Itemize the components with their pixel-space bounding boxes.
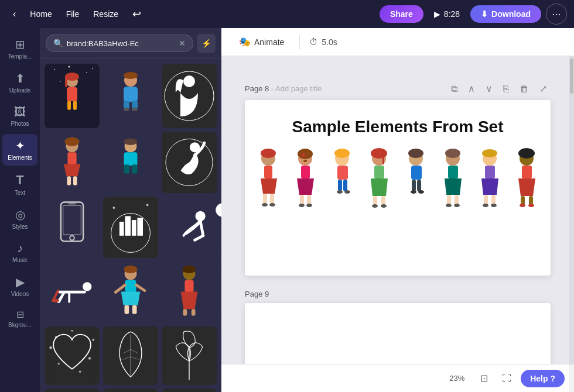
svg-rect-160 bbox=[484, 195, 488, 205]
fullscreen-button[interactable]: ⛶ bbox=[497, 371, 516, 386]
page-copy-btn[interactable]: ⎘ bbox=[500, 82, 512, 95]
share-button[interactable]: Share bbox=[380, 5, 423, 23]
svg-rect-52 bbox=[164, 197, 214, 258]
svg-point-61 bbox=[52, 299, 59, 302]
actual-size-button[interactable]: ⊡ bbox=[476, 370, 493, 386]
play-button[interactable]: ▶ 8:28 bbox=[428, 6, 466, 22]
home-button[interactable]: Home bbox=[24, 6, 57, 22]
svg-rect-21 bbox=[163, 64, 216, 128]
character-1 bbox=[252, 148, 285, 218]
element-item[interactable] bbox=[103, 326, 158, 385]
svg-rect-9 bbox=[65, 77, 67, 87]
uploads-icon: ⬆ bbox=[15, 71, 25, 85]
svg-rect-10 bbox=[67, 87, 77, 101]
topbar: ‹ Home File Resize ↩ Share ▶ 8:28 ⬇ Down… bbox=[0, 0, 574, 28]
svg-point-163 bbox=[491, 204, 497, 207]
svg-rect-56 bbox=[58, 291, 86, 294]
svg-point-23 bbox=[183, 75, 195, 87]
page9-section: Page 9 bbox=[245, 290, 551, 364]
element-item[interactable] bbox=[162, 326, 217, 385]
element-item[interactable] bbox=[45, 197, 100, 258]
element-item[interactable] bbox=[103, 64, 158, 128]
sidebar-item-elements[interactable]: ✦ Elements bbox=[2, 134, 37, 166]
page-down-btn[interactable]: ∨ bbox=[482, 82, 496, 95]
element-item[interactable] bbox=[45, 262, 100, 323]
svg-point-127 bbox=[303, 160, 307, 162]
element-item[interactable] bbox=[162, 197, 217, 258]
element-item[interactable] bbox=[103, 132, 158, 193]
element-item[interactable] bbox=[103, 197, 158, 258]
svg-point-133 bbox=[337, 190, 343, 194]
svg-point-81 bbox=[57, 363, 60, 365]
file-button[interactable]: File bbox=[60, 6, 86, 22]
element-item[interactable] bbox=[45, 132, 100, 193]
element-item[interactable] bbox=[103, 262, 158, 323]
svg-rect-103 bbox=[165, 388, 213, 392]
element-item[interactable] bbox=[45, 388, 100, 392]
sidebar-label-styles: Styles bbox=[12, 223, 28, 230]
svg-rect-132 bbox=[343, 180, 347, 191]
back-button[interactable]: ‹ bbox=[7, 5, 22, 23]
svg-point-148 bbox=[411, 190, 416, 194]
page8-canvas[interactable]: Sample Elements From Set bbox=[245, 100, 551, 276]
element-item[interactable] bbox=[162, 64, 217, 128]
svg-point-165 bbox=[518, 148, 535, 159]
page-delete-btn[interactable]: 🗑 bbox=[516, 82, 532, 95]
svg-rect-97 bbox=[107, 388, 155, 392]
scrollbar-thumb[interactable] bbox=[570, 59, 573, 94]
search-input-wrapper[interactable]: 🔍 ✕ bbox=[46, 35, 193, 52]
element-item[interactable] bbox=[162, 132, 217, 193]
element-item[interactable] bbox=[162, 262, 217, 323]
zoom-display[interactable]: 23% bbox=[443, 371, 471, 386]
help-button[interactable]: Help ? bbox=[521, 370, 565, 387]
sidebar-item-photos[interactable]: 🖼 Photos bbox=[2, 101, 37, 132]
elements-grid bbox=[45, 64, 217, 392]
svg-rect-28 bbox=[67, 176, 71, 185]
svg-rect-17 bbox=[124, 101, 129, 109]
page-up-btn[interactable]: ∧ bbox=[464, 82, 479, 95]
sidebar-item-text[interactable]: T Text bbox=[2, 168, 37, 201]
svg-rect-114 bbox=[264, 166, 272, 178]
svg-point-55 bbox=[83, 282, 91, 291]
sidebar-item-background[interactable]: ⊟ Bkgrou... bbox=[2, 304, 37, 333]
svg-rect-152 bbox=[448, 166, 458, 178]
page9-canvas[interactable] bbox=[245, 303, 551, 364]
page8-add-title[interactable]: - Add page title bbox=[271, 84, 322, 93]
svg-point-80 bbox=[88, 357, 91, 360]
svg-rect-116 bbox=[270, 194, 274, 204]
search-clear-icon[interactable]: ✕ bbox=[179, 39, 186, 48]
undo-button[interactable]: ↩ bbox=[127, 4, 147, 24]
element-item[interactable] bbox=[45, 326, 100, 385]
svg-rect-75 bbox=[192, 309, 196, 315]
download-label: Download bbox=[491, 9, 531, 19]
page-expand-btn[interactable]: ⤢ bbox=[536, 82, 551, 95]
svg-rect-167 bbox=[521, 196, 525, 205]
sidebar-label-background: Bkgrou... bbox=[8, 322, 32, 328]
svg-point-162 bbox=[483, 204, 488, 207]
page-duplicate-btn[interactable]: ⧉ bbox=[447, 82, 461, 95]
sidebar-item-videos[interactable]: ▶ Videos bbox=[2, 270, 37, 302]
svg-rect-33 bbox=[124, 152, 138, 166]
sidebar-item-styles[interactable]: ◎ Styles bbox=[2, 203, 37, 235]
sidebar-item-music[interactable]: ♪ Music bbox=[2, 237, 37, 268]
resize-label: Resize bbox=[93, 9, 118, 19]
svg-point-20 bbox=[132, 108, 138, 111]
svg-point-170 bbox=[528, 204, 534, 207]
sidebar-item-templates[interactable]: ⊞ Templa... bbox=[2, 33, 37, 64]
element-item[interactable] bbox=[45, 64, 100, 128]
svg-rect-49 bbox=[137, 218, 143, 236]
download-button[interactable]: ⬇ Download bbox=[470, 5, 541, 23]
element-item[interactable] bbox=[103, 388, 158, 392]
page8-label-row: Page 8 - Add page title ⧉ ∧ ∨ ⎘ 🗑 ⤢ bbox=[245, 82, 551, 95]
sidebar-item-uploads[interactable]: ⬆ Uploads bbox=[2, 67, 37, 98]
canvas-scrollbar[interactable] bbox=[569, 56, 574, 392]
element-item[interactable] bbox=[162, 388, 217, 392]
svg-point-26 bbox=[65, 137, 80, 146]
text-icon: T bbox=[16, 173, 23, 188]
filter-button[interactable]: ⚡ bbox=[197, 34, 216, 53]
search-input[interactable] bbox=[67, 39, 175, 48]
animate-button[interactable]: 🎭 Animate bbox=[233, 33, 290, 51]
resize-button[interactable]: Resize bbox=[87, 6, 124, 22]
more-options-button[interactable]: ··· bbox=[546, 4, 567, 25]
svg-rect-18 bbox=[132, 101, 138, 109]
